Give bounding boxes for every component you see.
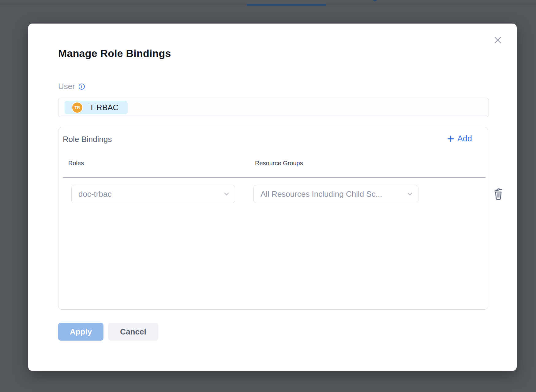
column-header-resource-groups: Resource Groups [255, 160, 303, 167]
dialog-footer: Apply Cancel [58, 323, 158, 341]
user-chip[interactable]: TR T-RBAC [65, 101, 128, 114]
background-badge-icon [373, 0, 377, 1]
user-chip-name: T-RBAC [89, 103, 118, 112]
chevron-down-icon [407, 191, 413, 197]
apply-button[interactable]: Apply [58, 323, 103, 341]
manage-role-bindings-dialog: Manage Role Bindings User TR T-RBAC [28, 24, 517, 371]
role-bindings-heading: Role Bindings [63, 135, 112, 144]
dialog-title: Manage Role Bindings [58, 47, 171, 59]
chevron-down-icon [223, 191, 230, 197]
trash-icon [491, 187, 505, 201]
info-icon [78, 83, 85, 90]
column-header-roles: Roles [68, 160, 84, 167]
user-avatar: TR [72, 102, 83, 113]
user-label: User [58, 82, 75, 91]
user-select-field[interactable]: TR T-RBAC [58, 98, 489, 117]
role-select[interactable]: doc-trbac [71, 185, 235, 203]
add-button-label: Add [457, 134, 472, 144]
role-bindings-panel: Role Bindings Add Roles Resource Groups … [58, 127, 488, 310]
plus-icon [447, 135, 455, 143]
add-binding-button[interactable]: Add [447, 134, 472, 144]
resource-group-select[interactable]: All Resources Including Child Sc... [253, 185, 418, 203]
user-label-row: User [58, 82, 85, 91]
avatar-initials: TR [75, 105, 80, 110]
table-header-divider [63, 177, 485, 178]
user-info-button[interactable] [78, 83, 85, 90]
close-button[interactable] [491, 33, 504, 47]
resource-group-select-value: All Resources Including Child Sc... [261, 189, 382, 199]
screen: Manage Role Bindings User TR T-RBAC [0, 0, 536, 392]
delete-binding-button[interactable] [491, 187, 506, 201]
close-icon [493, 35, 503, 45]
active-tab-underline [247, 4, 326, 6]
cancel-button[interactable]: Cancel [108, 323, 158, 341]
role-select-value: doc-trbac [78, 189, 111, 199]
